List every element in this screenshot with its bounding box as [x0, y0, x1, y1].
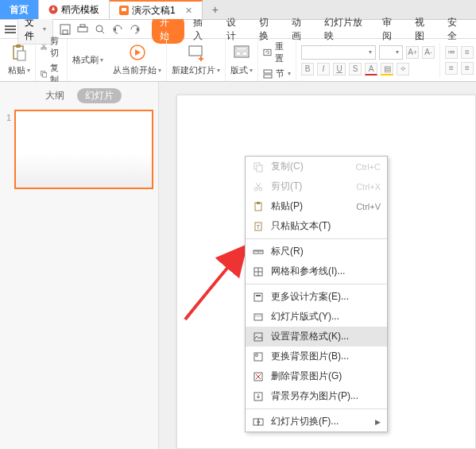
transition-icon	[252, 416, 265, 428]
tab-presentation[interactable]: 演示文稿1 ✕	[110, 0, 203, 19]
svg-rect-29	[264, 49, 271, 55]
new-slide-icon	[187, 44, 206, 63]
svg-rect-52	[256, 295, 261, 296]
slide-layout-icon	[252, 311, 265, 323]
ctx-bg-format[interactable]: 设置背景格式(K)...	[246, 327, 387, 346]
plus-icon: +	[212, 3, 219, 16]
svg-text:T: T	[257, 224, 261, 230]
svg-rect-9	[80, 25, 85, 27]
svg-rect-20	[43, 72, 47, 76]
app-menu-icon[interactable]	[5, 24, 16, 35]
tab-home[interactable]: 首页	[0, 0, 39, 19]
ctx-separator	[246, 284, 387, 284]
align-left-button[interactable]: ≡	[445, 62, 458, 75]
slide-number: 1	[6, 113, 11, 122]
save-bg-icon	[252, 390, 265, 403]
ribbon-section[interactable]: 节 ▾	[263, 68, 291, 79]
clear-format-button[interactable]: ✧	[397, 63, 409, 75]
ribbon-format-painter[interactable]: 格式刷 ▾	[68, 39, 108, 81]
menu-tab-slideshow[interactable]: 幻灯片放映	[317, 16, 373, 43]
submenu-arrow-icon: ▶	[375, 418, 381, 426]
ctx-ruler[interactable]: 标尺(R)	[246, 242, 387, 261]
align-center-button[interactable]: ≡	[461, 62, 474, 75]
underline-button[interactable]: U	[333, 63, 346, 75]
ctx-slide-transition[interactable]: 幻灯片切换(F)... ▶	[246, 412, 387, 432]
chevron-down-icon: ▾	[43, 25, 46, 33]
svg-rect-13	[16, 45, 21, 48]
menu-tab-review[interactable]: 审阅	[375, 16, 406, 43]
quick-access-toolbar	[60, 24, 141, 35]
svg-rect-26	[236, 48, 247, 50]
increase-font-icon[interactable]: A+	[406, 46, 419, 59]
ctx-more-designs[interactable]: 更多设计方案(E)...	[246, 287, 387, 307]
svg-rect-54	[255, 315, 261, 316]
svg-rect-22	[189, 46, 202, 56]
menu-tab-security[interactable]: 安全	[440, 16, 471, 43]
tab-presentation-label: 演示文稿1	[132, 4, 176, 17]
svg-rect-3	[5, 25, 16, 27]
copy-icon	[252, 161, 265, 173]
decrease-font-icon[interactable]: A-	[422, 46, 435, 59]
ribbon-from-begin-label: 从当前开始 ▾	[113, 64, 161, 76]
ribbon-new-slide[interactable]: 新建幻灯片 ▾	[167, 39, 226, 81]
ctx-grid[interactable]: 网格和参考线(I)...	[246, 261, 387, 281]
panel-tab-outline[interactable]: 大纲	[37, 88, 72, 103]
highlight-button[interactable]: ▤	[381, 63, 393, 75]
delete-bg-icon	[252, 370, 265, 383]
close-icon[interactable]: ✕	[185, 6, 192, 16]
paste-text-icon: T	[252, 220, 265, 233]
bullets-button[interactable]: ≔	[445, 46, 458, 59]
tab-template-label: 稻壳模板	[61, 3, 99, 17]
more-designs-icon	[252, 291, 265, 304]
font-color-button[interactable]: A	[365, 63, 377, 75]
slide-preview	[14, 110, 153, 189]
svg-rect-33	[257, 165, 262, 172]
print-preview-icon[interactable]	[95, 24, 106, 35]
undo-icon[interactable]	[112, 24, 123, 35]
svg-line-11	[102, 31, 104, 33]
italic-button[interactable]: I	[317, 63, 330, 75]
ribbon: 粘贴 ▾ 剪切 复制 格式刷 ▾ 从当前开始 ▾ 新建幻灯片 ▾ 版式 ▾ 重置…	[0, 39, 476, 82]
slide-thumbnail-1[interactable]: 1	[5, 110, 153, 189]
panel-tab-slides[interactable]: 幻灯片	[77, 88, 122, 103]
ctx-cut: 剪切(T) Ctrl+X	[246, 176, 387, 196]
numbering-button[interactable]: ≡	[461, 46, 474, 59]
slides-panel: 大纲 幻灯片 1	[0, 82, 159, 449]
svg-rect-28	[242, 52, 247, 56]
svg-rect-2	[122, 8, 126, 11]
ribbon-layout[interactable]: 版式 ▾	[226, 39, 258, 81]
menu-bar: 文件 ▾ 开始 插入 设计 切换 动画 幻灯片放映 审阅 视图 安全	[0, 20, 476, 39]
paste-icon	[10, 44, 29, 63]
ctx-separator	[246, 238, 387, 239]
ctx-paste-text[interactable]: T 只粘贴文本(T)	[246, 216, 387, 236]
ribbon-paragraph-area: ≔ ≡ ⇥ ≡ ≡ ≡	[439, 43, 476, 78]
strikethrough-button[interactable]: S	[349, 63, 362, 75]
font-size-select[interactable]: ▾	[379, 45, 403, 60]
paste-icon	[252, 200, 265, 213]
ctx-paste[interactable]: 粘贴(P) Ctrl+V	[246, 196, 387, 216]
tab-home-label: 首页	[10, 3, 29, 17]
ribbon-from-begin[interactable]: 从当前开始 ▾	[108, 39, 167, 81]
font-name-select[interactable]: ▾	[301, 45, 376, 60]
redo-icon[interactable]	[130, 24, 141, 35]
layout-icon	[232, 44, 251, 63]
save-icon[interactable]	[60, 24, 71, 35]
ribbon-format-painter-label: 格式刷 ▾	[72, 54, 103, 66]
ribbon-paste[interactable]: 粘贴 ▾	[3, 39, 36, 81]
ribbon-font-area: ▾ ▾ A+ A- B I U S A ▤ ✧	[296, 42, 439, 79]
menu-tab-view[interactable]: 视图	[408, 16, 439, 43]
svg-rect-5	[5, 32, 16, 33]
bold-button[interactable]: B	[301, 63, 314, 75]
svg-rect-27	[236, 52, 241, 56]
ribbon-reset[interactable]: 重置	[263, 41, 291, 64]
print-icon[interactable]	[77, 24, 88, 35]
grid-icon	[252, 265, 265, 278]
ctx-slide-layout[interactable]: 幻灯片版式(Y)...	[246, 307, 387, 327]
ctx-delete-bg[interactable]: 删除背景图片(G)	[246, 366, 387, 386]
ruler-icon	[252, 246, 265, 258]
ribbon-cut[interactable]: 剪切	[41, 35, 62, 59]
ctx-save-bg-as[interactable]: 背景另存为图片(P)...	[246, 386, 387, 406]
tab-add[interactable]: +	[203, 0, 228, 19]
ctx-change-bg[interactable]: 更换背景图片(B)...	[246, 346, 387, 366]
tab-template[interactable]: 稻壳模板	[39, 0, 110, 19]
